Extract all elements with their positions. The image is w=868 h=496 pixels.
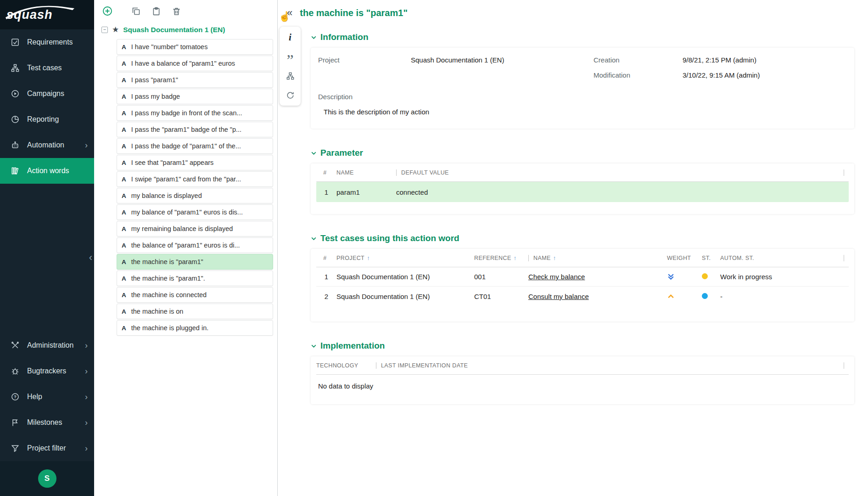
paste-icon[interactable]: [150, 5, 162, 17]
action-word-icon: A: [122, 275, 126, 282]
creation-value: 9/8/21, 2:15 PM (admin): [683, 56, 756, 64]
sidebar-item-administration[interactable]: Administration ›: [0, 333, 94, 358]
column-header-reference[interactable]: REFERENCE↑: [474, 254, 528, 261]
page-title: the machine is "param1": [300, 8, 408, 18]
delete-icon[interactable]: [170, 5, 182, 17]
action-word-item[interactable]: Athe machine is plugged in.: [117, 320, 273, 336]
parameter-row[interactable]: 1 ☝ param1 connected: [316, 182, 849, 202]
sidebar: squash Requirements Test cases Campaigns…: [0, 0, 94, 496]
action-word-item[interactable]: Athe machine is on: [117, 304, 273, 319]
action-word-item[interactable]: Amy balance is displayed: [117, 188, 273, 203]
tab-quote[interactable]: ”: [280, 47, 300, 66]
action-word-item[interactable]: AI see that "param1" appears: [117, 155, 273, 170]
test-case-reference: CT01: [474, 293, 528, 300]
sidebar-item-label: Test cases: [27, 64, 62, 72]
test-case-link[interactable]: Check my balance: [528, 273, 585, 281]
sidebar-spacer: [0, 184, 94, 333]
action-word-item[interactable]: AI pass the "param1" badge of the "p...: [117, 122, 273, 137]
sidebar-collapse-icon[interactable]: ‹: [89, 252, 92, 264]
action-word-item[interactable]: AI pass my badge in front of the scan...: [117, 105, 273, 121]
column-header-index[interactable]: #: [316, 169, 336, 176]
chevron-right-icon: ›: [85, 341, 88, 349]
parameter-index: 1: [316, 188, 336, 196]
action-word-item[interactable]: AI have "number" tomatoes: [117, 39, 273, 55]
column-header-technology[interactable]: TECHNOLOGY: [316, 362, 376, 369]
sidebar-item-label: Requirements: [27, 38, 73, 46]
sidebar-item-help[interactable]: ? Help ›: [0, 384, 94, 410]
action-word-label: my balance of "param1" euros is dis...: [131, 209, 243, 216]
test-case-row[interactable]: 2 Squash Documentation 1 (EN) CT01 Consu…: [316, 287, 849, 306]
column-header-weight[interactable]: WEIGHT: [667, 255, 702, 261]
action-word-item[interactable]: AI have a balance of "param1" euros: [117, 56, 273, 71]
action-word-icon: A: [122, 292, 126, 299]
action-word-icon: A: [122, 259, 126, 265]
user-avatar[interactable]: S: [38, 469, 56, 488]
section-implementation-header[interactable]: Implementation: [311, 341, 854, 351]
column-header-autom-status[interactable]: AUTOM. ST.: [720, 255, 849, 261]
column-header-default-value[interactable]: DEFAULT VALUE: [396, 169, 849, 176]
action-word-item[interactable]: AI swipe "param1" card from the "par...: [117, 171, 273, 187]
section-information-header[interactable]: Information: [311, 32, 854, 42]
sidebar-item-test-cases[interactable]: Test cases: [0, 55, 94, 81]
test-cases-card: # PROJECT↑ REFERENCE↑ NAME↑ WEIGHT ST. A…: [311, 249, 854, 321]
tree-root-row[interactable]: − ★ Squash Documentation 1 (EN): [94, 22, 277, 38]
section-test-cases-header[interactable]: Test cases using this action word: [311, 233, 854, 243]
sidebar-item-bugtrackers[interactable]: Bugtrackers ›: [0, 358, 94, 384]
chevron-down-icon: [311, 236, 317, 242]
test-case-link[interactable]: Consult my balance: [528, 293, 589, 300]
action-word-label: the machine is on: [131, 308, 184, 315]
logo-text: squash: [6, 8, 53, 22]
action-word-label: the machine is plugged in.: [131, 324, 208, 332]
svg-text:?: ?: [14, 395, 17, 399]
parameter-card: # NAME DEFAULT VALUE 1 ☝ param1 connecte…: [311, 163, 854, 214]
action-word-icon: A: [122, 192, 126, 199]
sidebar-item-requirements[interactable]: Requirements: [0, 29, 94, 55]
sidebar-item-action-words[interactable]: Action words: [0, 158, 94, 184]
parameter-default-value[interactable]: connected: [396, 188, 849, 196]
collapse-minus-icon[interactable]: −: [101, 27, 108, 33]
column-header-index[interactable]: #: [316, 255, 336, 261]
action-word-item[interactable]: Athe balance of "param1" euros is di...: [117, 237, 273, 253]
refresh-icon: [286, 91, 295, 100]
action-word-item-selected[interactable]: Athe machine is "param1": [117, 254, 273, 270]
section-parameter-header[interactable]: Parameter: [311, 148, 854, 158]
sidebar-item-campaigns[interactable]: Campaigns: [0, 81, 94, 107]
sidebar-item-automation[interactable]: Automation ›: [0, 132, 94, 158]
action-word-item[interactable]: Athe machine is connected: [117, 287, 273, 303]
column-header-status[interactable]: ST.: [702, 255, 720, 261]
squash-logo[interactable]: squash: [0, 0, 94, 29]
project-root-label[interactable]: Squash Documentation 1 (EN): [123, 26, 225, 34]
column-header-project[interactable]: PROJECT↑: [336, 254, 474, 261]
project-value: Squash Documentation 1 (EN): [411, 56, 504, 64]
section-title-parameter: Parameter: [320, 148, 363, 158]
sidebar-item-milestones[interactable]: Milestones ›: [0, 410, 94, 435]
action-word-item[interactable]: AI pass my badge: [117, 89, 273, 104]
section-title-test-cases: Test cases using this action word: [320, 233, 459, 243]
action-word-item[interactable]: AI pass the badge of "param1" of the...: [117, 138, 273, 154]
column-header-name[interactable]: NAME↑: [528, 255, 667, 261]
copy-icon[interactable]: [130, 5, 142, 17]
sidebar-item-reporting[interactable]: Reporting: [0, 107, 94, 132]
description-value[interactable]: This is the description of my action: [318, 108, 845, 116]
test-case-index: 2: [316, 293, 336, 300]
sort-asc-icon: ↑: [514, 254, 517, 261]
column-header-last-date[interactable]: LAST IMPLEMENTATION DATE: [376, 362, 849, 369]
sidebar-item-label: Automation: [27, 141, 64, 149]
column-header-name[interactable]: NAME: [336, 169, 396, 176]
action-word-list: AI have "number" tomatoes AI have a bala…: [94, 38, 277, 337]
action-word-item[interactable]: AI pass "param1": [117, 72, 273, 88]
action-word-item[interactable]: Amy balance of "param1" euros is dis...: [117, 204, 273, 220]
action-word-label: the machine is connected: [131, 291, 207, 299]
tab-information[interactable]: i: [280, 28, 300, 47]
information-card: Project Squash Documentation 1 (EN) Crea…: [311, 48, 854, 129]
tab-automation[interactable]: [280, 85, 300, 105]
add-icon[interactable]: [101, 5, 113, 17]
parameter-name[interactable]: param1: [336, 188, 396, 196]
sidebar-item-project-filter[interactable]: Project filter ›: [0, 435, 94, 461]
action-word-item[interactable]: Athe machine is "param1".: [117, 271, 273, 286]
test-case-row[interactable]: 1 Squash Documentation 1 (EN) 001 Check …: [316, 267, 849, 287]
tab-tree[interactable]: [280, 66, 300, 85]
action-word-item[interactable]: Amy remaining balance is displayed: [117, 221, 273, 237]
action-word-icon: A: [122, 325, 126, 332]
action-word-icon: A: [122, 60, 126, 67]
